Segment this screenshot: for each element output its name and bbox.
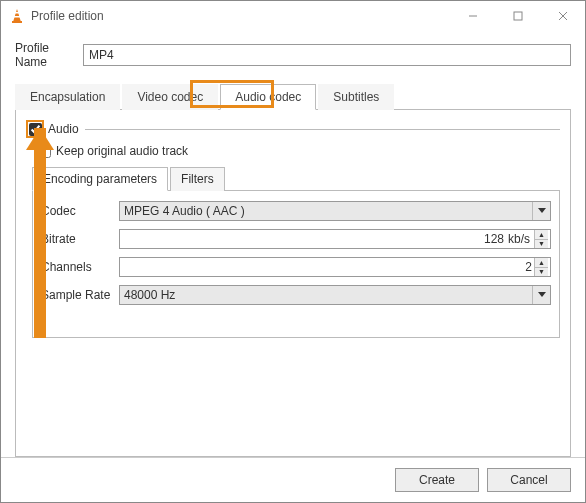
codec-select[interactable]: MPEG 4 Audio ( AAC ) <box>119 201 551 221</box>
create-button[interactable]: Create <box>395 468 479 492</box>
encoding-parameters-panel: Codec MPEG 4 Audio ( AAC ) Bitrate 128 k… <box>32 191 560 338</box>
svg-rect-1 <box>12 21 22 23</box>
tab-encapsulation[interactable]: Encapsulation <box>15 84 120 110</box>
svg-marker-8 <box>538 208 546 213</box>
bitrate-label: Bitrate <box>41 232 119 246</box>
svg-rect-3 <box>14 16 20 18</box>
tab-subtitles[interactable]: Subtitles <box>318 84 394 110</box>
close-button[interactable] <box>540 1 585 31</box>
profile-name-input[interactable] <box>83 44 571 66</box>
audio-legend-label: Audio <box>48 122 79 136</box>
sample-rate-value: 48000 Hz <box>124 288 175 302</box>
tab-video-codec[interactable]: Video codec <box>122 84 218 110</box>
chevron-down-icon <box>532 202 550 220</box>
codec-value: MPEG 4 Audio ( AAC ) <box>124 204 245 218</box>
svg-rect-2 <box>15 12 20 14</box>
minimize-button[interactable] <box>450 1 495 31</box>
bitrate-unit: kb/s <box>506 232 534 246</box>
cancel-button[interactable]: Cancel <box>487 468 571 492</box>
tab-encoding-parameters[interactable]: Encoding parameters <box>32 167 168 191</box>
keep-original-checkbox[interactable] <box>38 145 51 158</box>
spin-up-icon[interactable]: ▲ <box>535 230 548 240</box>
sub-tabs: Encoding parameters Filters <box>32 166 560 191</box>
audio-checkbox[interactable] <box>29 123 42 136</box>
spin-down-icon[interactable]: ▼ <box>535 240 548 249</box>
channels-spinner[interactable]: 2 ▲▼ <box>119 257 551 277</box>
bitrate-spinner[interactable]: 128 kb/s ▲▼ <box>119 229 551 249</box>
vlc-icon <box>9 8 25 24</box>
bitrate-value: 128 <box>124 232 506 246</box>
keep-original-label: Keep original audio track <box>56 144 188 158</box>
sample-rate-select[interactable]: 48000 Hz <box>119 285 551 305</box>
window-title: Profile edition <box>31 9 450 23</box>
tab-audio-codec[interactable]: Audio codec <box>220 84 316 110</box>
main-tabs: Encapsulation Video codec Audio codec Su… <box>15 83 571 110</box>
svg-marker-9 <box>538 292 546 297</box>
chevron-down-icon <box>532 286 550 304</box>
titlebar: Profile edition <box>1 1 585 31</box>
highlight-audio-checkbox <box>26 120 44 138</box>
svg-rect-5 <box>514 12 522 20</box>
maximize-button[interactable] <box>495 1 540 31</box>
svg-marker-0 <box>13 9 21 22</box>
dialog-footer: Create Cancel <box>1 457 585 502</box>
audio-codec-panel: Audio Keep original audio track Encoding… <box>15 110 571 457</box>
spin-up-icon[interactable]: ▲ <box>535 258 548 268</box>
profile-name-label: Profile Name <box>15 41 83 69</box>
tab-filters[interactable]: Filters <box>170 167 225 191</box>
group-line <box>85 129 560 130</box>
sample-rate-label: Sample Rate <box>41 288 119 302</box>
channels-label: Channels <box>41 260 119 274</box>
spin-down-icon[interactable]: ▼ <box>535 268 548 277</box>
codec-label: Codec <box>41 204 119 218</box>
channels-value: 2 <box>124 260 534 274</box>
